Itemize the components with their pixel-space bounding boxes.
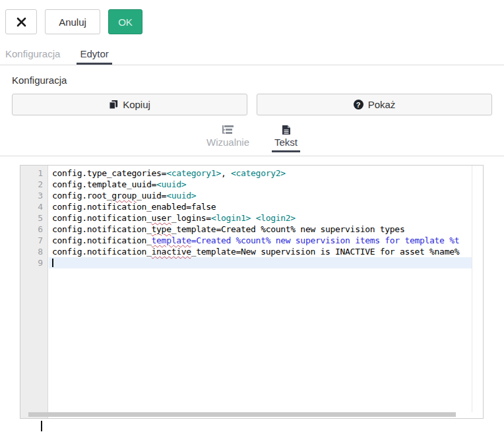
code-line[interactable]: config.type_categories=<category1>, <cat… bbox=[49, 168, 472, 179]
question-circle-icon: ? bbox=[354, 100, 363, 109]
code-segment: config.notification_ bbox=[52, 235, 152, 245]
code-segment: group bbox=[111, 191, 137, 201]
gutter: 123456789 bbox=[20, 166, 48, 418]
tab-edytor[interactable]: Edytor bbox=[77, 48, 111, 65]
code-segment: config.template_uuid= bbox=[52, 179, 156, 189]
line-number: 1 bbox=[20, 168, 47, 179]
code-segment: <login2> bbox=[256, 213, 296, 223]
tab-wizualnie-label: Wizualnie bbox=[206, 137, 249, 148]
code-segment: <category2> bbox=[231, 168, 286, 178]
tab-tekst-label: Tekst bbox=[274, 137, 298, 148]
code-segment: type bbox=[152, 224, 172, 234]
show-button[interactable]: ? Pokaż bbox=[257, 94, 492, 115]
tab-wizualnie[interactable]: Wizualnie bbox=[204, 125, 252, 152]
subtabs-divider bbox=[0, 156, 504, 156]
file-text-icon bbox=[282, 125, 290, 135]
tab-edytor-label: Edytor bbox=[80, 48, 108, 59]
line-number: 8 bbox=[20, 246, 47, 257]
x-icon bbox=[16, 17, 26, 27]
code-segment: _template=New supervision is INACTIVE fo… bbox=[191, 247, 459, 257]
toolbar: Anuluj OK bbox=[5, 9, 142, 34]
line-number: 7 bbox=[20, 235, 47, 246]
code-segment: config.notification_ bbox=[52, 224, 152, 234]
editor-mode-tabs: Wizualnie Tekst bbox=[0, 125, 504, 152]
code-segment: <uuid> bbox=[166, 191, 196, 201]
code-line[interactable]: config.root_group_uuid=<uuid> bbox=[49, 190, 472, 201]
code-line[interactable]: config.notification_inactive_template=Ne… bbox=[49, 246, 472, 257]
text-cursor bbox=[52, 259, 53, 267]
tree-icon bbox=[222, 125, 234, 135]
code-segment: <login1> bbox=[211, 213, 251, 223]
cancel-button[interactable]: Anuluj bbox=[45, 9, 100, 34]
copy-icon bbox=[109, 100, 118, 109]
code-segment: inactive bbox=[152, 247, 191, 257]
line-number: 5 bbox=[20, 212, 47, 224]
action-buttons: Kopiuj ? Pokaż bbox=[12, 94, 492, 115]
code-segment: <uuid> bbox=[156, 179, 186, 189]
show-button-label: Pokaż bbox=[368, 99, 396, 110]
code-segment: <category1> bbox=[166, 168, 221, 178]
ok-button[interactable]: OK bbox=[108, 9, 142, 34]
tab-konfiguracja-label: Konfiguracja bbox=[5, 48, 60, 59]
code-lines[interactable]: config.type_categories=<category1>, <cat… bbox=[49, 166, 472, 418]
ok-button-label: OK bbox=[118, 16, 133, 28]
code-line[interactable]: config.notification_type_template=Create… bbox=[49, 224, 472, 235]
code-line[interactable]: config.notification_enabled=false bbox=[49, 201, 472, 212]
main-tabs: Konfiguracja Edytor bbox=[0, 42, 504, 65]
code-segment: config.notification_ bbox=[52, 247, 152, 257]
code-segment: config.type_categories= bbox=[52, 168, 166, 178]
line-number: 2 bbox=[20, 179, 47, 190]
tab-konfiguracja[interactable]: Konfiguracja bbox=[5, 48, 62, 65]
code-segment: _uuid= bbox=[137, 191, 166, 201]
close-button[interactable] bbox=[5, 9, 37, 34]
cancel-button-label: Anuluj bbox=[59, 16, 86, 28]
code-segment bbox=[251, 213, 256, 223]
code-editor[interactable]: 123456789 config.type_categories=<catego… bbox=[20, 165, 484, 419]
code-line[interactable] bbox=[49, 257, 472, 268]
line-number: 6 bbox=[20, 224, 47, 235]
line-number: 3 bbox=[20, 190, 47, 201]
code-segment: =Created %count% new supervision items f… bbox=[191, 235, 459, 245]
config-editor-dialog: Anuluj OK Konfiguracja Edytor Konfigurac… bbox=[0, 0, 504, 432]
code-segment: config.notification_ bbox=[52, 213, 152, 223]
code-segment: user bbox=[152, 213, 172, 223]
code-line[interactable]: config.notification_user_logins=<login1>… bbox=[49, 212, 472, 224]
caret-artifact bbox=[41, 421, 42, 431]
line-number: 9 bbox=[20, 257, 47, 268]
horizontal-scrollbar-thumb[interactable] bbox=[28, 412, 456, 417]
code-segment: _logins= bbox=[172, 213, 211, 223]
copy-button[interactable]: Kopiuj bbox=[12, 94, 247, 115]
copy-button-label: Kopiuj bbox=[123, 99, 150, 110]
code-segment: _template=Created %count% new supervisio… bbox=[172, 224, 405, 234]
code-line[interactable]: config.notification_template=Created %co… bbox=[49, 235, 472, 246]
code-line[interactable]: config.template_uuid=<uuid> bbox=[49, 179, 472, 190]
line-number: 4 bbox=[20, 201, 47, 212]
code-segment: config.notification_enabled=false bbox=[52, 202, 216, 212]
vertical-scrollbar-track[interactable] bbox=[472, 166, 483, 412]
code-segment: , bbox=[221, 168, 231, 178]
code-segment: template bbox=[152, 235, 191, 245]
code-segment: config.root_ bbox=[52, 191, 111, 201]
tab-tekst[interactable]: Tekst bbox=[272, 125, 300, 152]
section-title: Konfiguracja bbox=[12, 75, 67, 86]
